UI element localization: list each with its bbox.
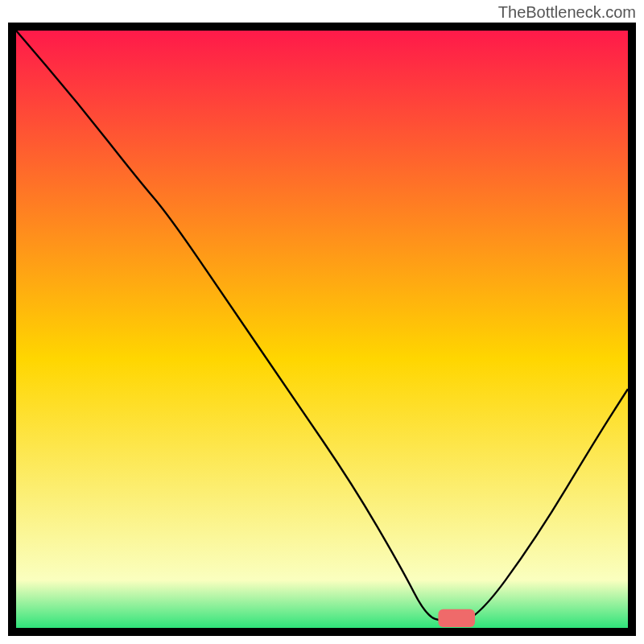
watermark-text: TheBottleneck.com bbox=[498, 3, 636, 22]
plot-frame bbox=[8, 23, 636, 636]
plot-area bbox=[16, 31, 628, 628]
gradient-background bbox=[16, 31, 628, 628]
chart-svg bbox=[16, 31, 628, 628]
optimal-marker bbox=[438, 609, 475, 627]
chart-container: TheBottleneck.com bbox=[0, 0, 644, 644]
